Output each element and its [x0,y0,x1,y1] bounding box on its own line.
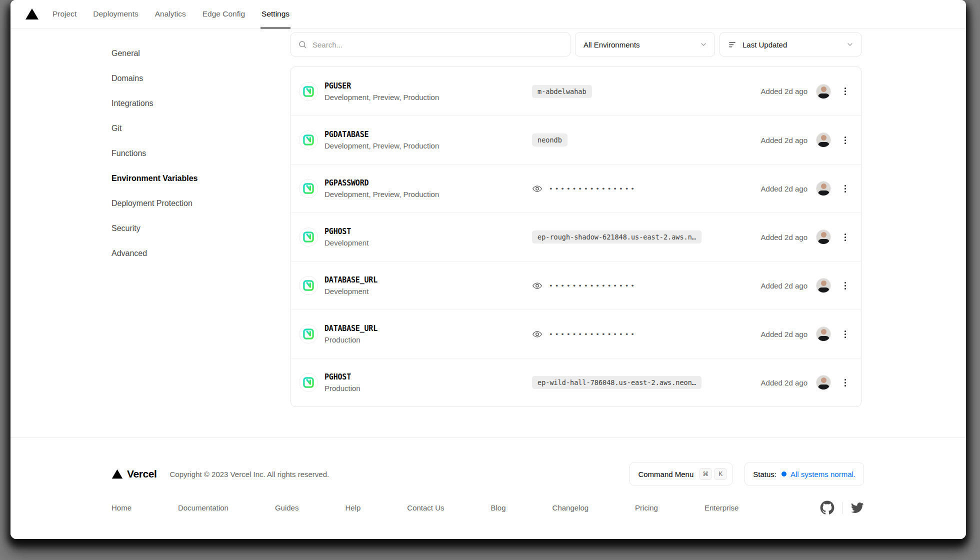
env-variables-table: PGUSER Development, Preview, Production … [290,66,862,407]
sidebar-item[interactable]: Environment Variables [112,166,272,191]
eye-reveal-icon[interactable] [532,184,542,194]
sidebar-item[interactable]: Integrations [112,91,272,116]
vercel-triangle-icon [112,469,123,479]
env-row-meta: Added 2d ago [761,375,848,390]
environment-filter-dropdown[interactable]: All Environments [575,32,715,56]
env-value-area: m-abdelwahab [532,85,592,98]
github-icon[interactable] [820,500,834,515]
sidebar-item[interactable]: Git [112,116,272,141]
env-name-block: PGHOST Production [324,372,360,392]
top-nav: Project Deployments Analytics Edge Confi… [10,0,966,28]
env-value-area: ••••••••••••••• [532,184,636,194]
sidebar-item[interactable]: General [112,41,272,66]
search-icon [298,40,307,49]
footer-link-label: Changelog [552,504,589,512]
nav-tab[interactable]: Settings [260,0,290,28]
nav-tab-label: Edge Config [202,10,245,18]
env-name-block: PGUSER Development, Preview, Production [324,82,439,102]
added-timestamp: Added 2d ago [761,87,808,96]
nav-tab-label: Settings [262,10,290,18]
env-variable-environments: Development, Preview, Production [324,93,439,102]
neon-integration-icon [299,82,318,101]
footer-link[interactable]: Help [345,504,360,512]
sidebar-item[interactable]: Security [112,216,272,241]
footer-link[interactable]: Pricing [635,504,658,512]
settings-sidebar: General Domains Integrations Git Functio… [112,41,272,266]
footer-link-label: Guides [275,504,299,512]
env-variable-environments: Development, Preview, Production [324,190,439,198]
row-actions-menu-button[interactable] [842,134,848,146]
masked-secret-value: ••••••••••••••• [549,282,636,290]
footer-widgets: Command Menu ⌘ K Status: All systems nor… [630,462,864,486]
footer-link[interactable]: Blog [491,504,506,512]
env-variable-name: PGPASSWORD [324,178,439,188]
row-actions-menu-button[interactable] [842,86,848,97]
creator-avatar [816,230,831,244]
sidebar-item-label: Git [112,124,122,133]
neon-logo-icon [303,328,314,340]
masked-secret-value: ••••••••••••••• [549,185,636,192]
footer-link[interactable]: Contact Us [407,504,444,512]
twitter-icon[interactable] [850,501,864,515]
env-variable-row: PGHOST Production ep-wild-hall-786048.us… [291,358,861,406]
footer-link-label: Pricing [635,504,658,512]
row-actions-menu-button[interactable] [842,280,848,292]
nav-tab[interactable]: Project [52,0,78,28]
sort-value: Last Updated [742,40,846,49]
footer-link-label: Contact Us [407,504,444,512]
env-value-area: ep-rough-shadow-621848.us-east-2.aws.n… [532,230,702,244]
footer-links: Home Documentation Guides Help Contact U… [112,504,738,512]
status-dot-icon [782,472,786,476]
added-timestamp: Added 2d ago [761,233,808,242]
footer-link[interactable]: Guides [275,504,299,512]
neon-logo-icon [303,86,314,97]
status-message-link: All systems normal. [790,470,856,478]
command-menu-button[interactable]: Command Menu ⌘ K [630,462,732,486]
nav-tab[interactable]: Edge Config [202,0,246,28]
env-value-area: ep-wild-hall-786048.us-east-2.aws.neon… [532,376,702,389]
sort-dropdown[interactable]: Last Updated [720,32,862,56]
sidebar-item[interactable]: Domains [112,66,272,91]
vercel-triangle-icon [24,8,40,20]
footer-link[interactable]: Documentation [178,504,228,512]
status-widget[interactable]: Status: All systems normal. [744,462,864,486]
neon-logo-icon [303,377,314,388]
eye-reveal-icon[interactable] [532,329,542,340]
footer-link[interactable]: Home [112,504,132,512]
status-label: Status: [753,470,776,478]
neon-logo-icon [303,134,314,146]
eye-reveal-icon[interactable] [532,280,542,291]
k-key-cap: K [714,468,726,480]
row-actions-menu-button[interactable] [842,232,848,243]
env-value-area: neondb [532,134,568,146]
vercel-logo[interactable] [24,0,40,28]
vercel-footer-logo[interactable]: Vercel [112,468,157,480]
masked-secret-value: ••••••••••••••• [549,330,636,338]
footer-link[interactable]: Enterprise [704,504,738,512]
search-input[interactable] [312,40,563,49]
env-name-block: DATABASE_URL Development [324,276,378,296]
row-actions-menu-button[interactable] [842,328,848,340]
footer-link[interactable]: Changelog [552,504,589,512]
row-actions-menu-button[interactable] [842,183,848,194]
page-footer: Vercel Copyright © 2023 Vercel Inc. All … [10,438,966,539]
sidebar-item[interactable]: Advanced [112,241,272,266]
social-divider [842,502,842,514]
footer-link-label: Help [345,504,360,512]
env-variable-row: DATABASE_URL Development ••••••••••••••• [291,261,861,310]
sidebar-item[interactable]: Functions [112,141,272,166]
environment-filter-value: All Environments [584,40,700,49]
env-variable-row: PGUSER Development, Preview, Production … [291,67,861,116]
neon-integration-icon [299,228,318,246]
nav-tab[interactable]: Deployments [92,0,139,28]
row-actions-menu-button[interactable] [842,377,848,388]
env-toolbar: All Environments Last Updated [290,32,862,56]
nav-tab[interactable]: Analytics [154,0,187,28]
sidebar-item[interactable]: Deployment Protection [112,191,272,216]
sidebar-item-label: Integrations [112,99,154,108]
sidebar-item-label: Domains [112,74,143,83]
creator-avatar [816,326,831,342]
env-variable-name: PGUSER [324,82,439,90]
footer-top-row: Vercel Copyright © 2023 Vercel Inc. All … [112,462,864,486]
env-variable-name: DATABASE_URL [324,276,378,284]
